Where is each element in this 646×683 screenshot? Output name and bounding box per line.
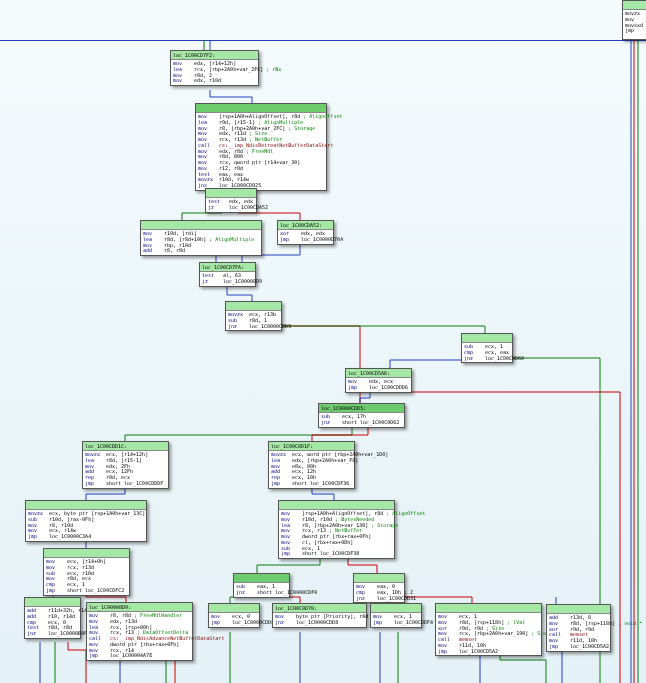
node-body: subecx, 1cmpecx, eaxjnzloc_1C00C0D60 [462,343,512,362]
node-header: loc_1C00C0D70: [273,604,366,613]
node-body: movecx, 1jmploc_1C00CDDF4 [371,613,421,627]
node-9a[interactable]: loc_1C00CDD1C: movzxecx, [r14+12h]lear8d… [82,441,169,489]
node-header: loc_1C00CDA52: [278,221,333,230]
node-header [623,1,646,10]
node-header [196,104,326,113]
node-body: mov[rsp+1A0h+AlignOffset], r8d ; AlignOf… [279,510,394,558]
node-header [234,574,289,583]
node-body: testedx, edxjzloc_1C00CDA52 [206,198,256,212]
node-body: movzx mov movsxd jmp [623,10,646,35]
node-12g[interactable]: movecx, 1jmploc_1C00CDDF4 [370,603,422,628]
node-header: loc_1C00C0D1F: [269,442,354,451]
node-10a[interactable]: movzxecx, byte ptr [rsp+1A0h+var_13C]sub… [25,500,147,542]
node-header [209,604,259,613]
node-12a[interactable]: addr11d+32h, r14daddr10, r14dcmpecx, 0te… [24,597,81,639]
node-5[interactable]: movzxecx, r13bsubr8d, 1jnzloc_1C0000CDD5 [225,301,282,331]
node-body: movedx, ecxjmploc_1C00CDDD6 [346,378,411,392]
node-body: xoredx, edxjmploc_1C0000D70A [278,230,333,244]
node-body: movzxecx, byte ptr [rsp+1A0h+var_13C]sub… [26,510,146,541]
node-header [26,501,146,510]
node-12b[interactable]: loc_1C00008D9: movr8, r8d ; FreeMdlHandl… [86,602,193,661]
node-body: movecx, [r14+0h]movrcx, r13dsubecx, r10d… [44,558,129,595]
node-body: addr13d, 8movr8d, [rsp+118h] ; void *xor… [547,614,610,651]
node-body: subecx, 17hjnzshort loc_1C00C0D62 [319,413,404,427]
node-header [436,604,541,613]
node-body: subeax, 1jnzshort loc_1C0000CDF0 [234,583,289,597]
node-header [354,574,404,583]
node-header [279,501,394,510]
node-3b[interactable]: loc_1C00CDA52: xoredx, edxjmploc_1C0000D… [277,220,334,245]
node-12i[interactable]: addr13d, 8movr8d, [rsp+118h] ; void *xor… [546,604,611,652]
node-body: addr11d+32h, r14daddr10, r14dcmpecx, 0te… [25,607,80,638]
node-body: movzxecx, [r14+12h]lear8d, [r15-1]movedx… [83,451,168,488]
node-body: mov[rsp+1A0h+AlignOffset], r8d ; AlignOf… [196,113,326,190]
node-header: loc_1C00CDD1C: [83,442,168,451]
node-body: movbyte ptr [Priority], r8djnzloc_1C0000… [273,613,366,627]
node-4[interactable]: loc_1C00CD7FA: testal, 63jzloc_1C00008D9 [199,262,256,287]
node-loc-1[interactable]: loc_1C00CD7F2: movedx, [r14+12h]learcx, … [170,50,259,86]
node-header [25,598,80,607]
node-header [547,605,610,614]
node-body: movecx, 0jmploc_1C0000CDD8 [209,613,259,627]
node-header [44,549,129,558]
node-header [141,221,261,230]
node-6b[interactable]: subecx, 1cmpecx, eaxjnzloc_1C00C0D60 [461,333,513,363]
node-test[interactable]: testedx, edxjzloc_1C00CDA52 [205,188,257,213]
node-header [206,189,256,198]
node-header: loc_1C00008D9: [87,603,192,612]
node-11c[interactable]: moveax, 0cmpeax, 1Dh ; 2jnzloc_1C00CDD31 [353,573,405,603]
node-11a[interactable]: movecx, [r14+0h]movrcx, r13dsubecx, r10d… [43,548,130,596]
node-body: movecx, 1movr8d, [rsp+118h] ; lValxorr9d… [436,613,541,655]
node-header: loc_1C00CD7F2: [171,51,258,60]
node-12h[interactable]: movecx, 1movr8d, [rsp+118h] ; lValxorr9d… [435,603,542,656]
node-8[interactable]: loc_1C0000CDD5: subecx, 17hjnzshort loc_… [318,403,405,428]
node-body: movedx, [r14+12h]learcx, [rbp+2A0h+var_2… [171,60,258,85]
node-9b[interactable]: loc_1C00C0D1F: movzxecx, word ptr [rbp+2… [268,441,355,489]
graph-view[interactable]: movzx mov movsxd jmp loc_1C00CD7F2: move… [0,0,646,683]
node-header [226,302,281,311]
node-header: loc_1C00CD7FA: [200,263,255,272]
node-11b[interactable]: subeax, 1jnzshort loc_1C0000CDF0 [233,573,290,598]
node-body: movzxecx, r13bsubr8d, 1jnzloc_1C0000CDD5 [226,311,281,330]
node-body: testal, 63jzloc_1C00008D9 [200,272,255,286]
node-body: moveax, 0cmpeax, 1Dh ; 2jnzloc_1C00CDD31 [354,583,404,602]
node-12e[interactable]: movecx, 0jmploc_1C0000CDD8 [208,603,260,628]
node-body: movzxecx, word ptr [rbp+2A0h+var_1D0]lea… [269,451,354,488]
node-header: loc_1C00CD5A6: [346,369,411,378]
node-body: movr10d, [rdi]lear8d, [r8d+10h] ; AlignM… [141,230,261,255]
node-10b[interactable]: mov[rsp+1A0h+AlignOffset], r8d ; AlignOf… [278,500,395,559]
separator [0,40,646,41]
node-header [462,334,512,343]
node-3a[interactable]: movr10d, [rdi]lear8d, [r8d+10h] ; AlignM… [140,220,262,256]
node-right-fragment[interactable]: movzx mov movsxd jmp [622,0,646,40]
node-header: loc_1C0000CDD5: [319,404,404,413]
node-loc-2[interactable]: mov[rsp+1A0h+AlignOffset], r8d ; AlignOf… [195,103,327,191]
node-body: movr8, r8d ; FreeMdlHandlermovedx, r13dl… [87,612,192,660]
node-header [371,604,421,613]
node-7[interactable]: loc_1C00CD5A6: movedx, ecxjmploc_1C00CDD… [345,368,412,393]
node-12f[interactable]: loc_1C00C0D70: movbyte ptr [Priority], r… [272,603,367,628]
